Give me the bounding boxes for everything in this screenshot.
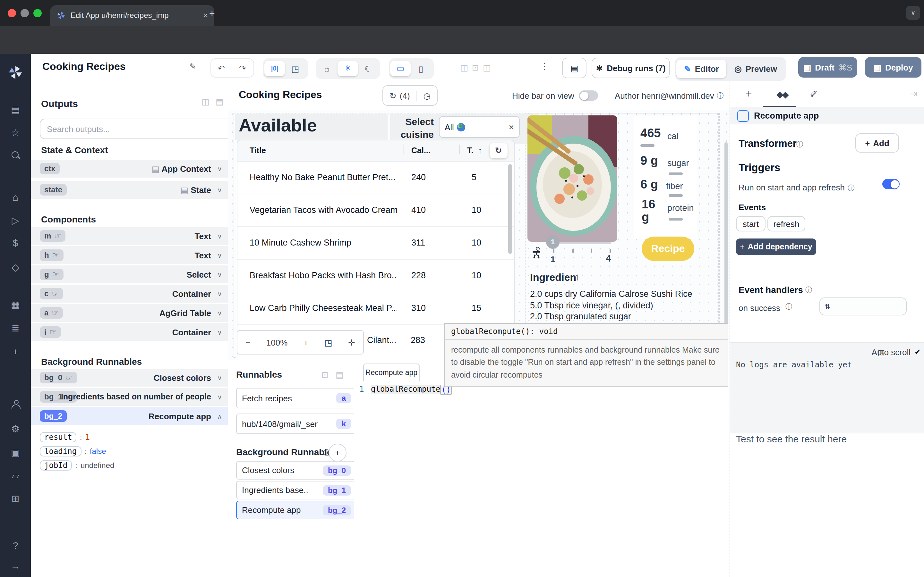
- run-on-start-toggle[interactable]: [882, 179, 900, 189]
- debug-runs-button[interactable]: ✱ Debug runs (7): [591, 58, 670, 78]
- search-icon[interactable]: [11, 151, 19, 158]
- runnable-fetch-recipes[interactable]: Fetch recipes a: [236, 388, 357, 408]
- chevron-down-icon[interactable]: ∨: [217, 251, 222, 259]
- chevron-down-icon[interactable]: ∨: [217, 329, 222, 335]
- tab-close-icon[interactable]: ×: [204, 11, 208, 20]
- auto-theme-icon[interactable]: ☼: [317, 64, 338, 73]
- schedules-icon[interactable]: ▦: [0, 299, 31, 310]
- cuisine-select[interactable]: All ×: [439, 116, 520, 138]
- collapse-rail-icon[interactable]: →: [0, 560, 31, 571]
- output-row-h[interactable]: h☞ Text ∨: [31, 246, 228, 264]
- collapse-right-panel-icon[interactable]: ⇥: [910, 89, 917, 99]
- account-icon[interactable]: [12, 400, 19, 406]
- output-row-bg2[interactable]: bg_2 Recompute app ∧: [31, 407, 228, 425]
- doc-view-icon[interactable]: ▤: [216, 97, 224, 106]
- deploy-button[interactable]: ▣ Deploy: [865, 57, 921, 77]
- runs-icon[interactable]: ▷: [0, 215, 31, 226]
- right-panel-icon[interactable]: ◫: [483, 63, 491, 72]
- output-row-state[interactable]: state ▤ State ∨: [31, 181, 228, 199]
- window-minimize-button[interactable]: [21, 9, 29, 17]
- table-row[interactable]: 10 Minute Cashew Shrimp 311 10: [237, 227, 514, 259]
- runnable-gmail[interactable]: hub/1408/gmail/_sen... k: [236, 414, 357, 434]
- windmill-logo-icon[interactable]: [8, 65, 23, 79]
- chevron-up-icon[interactable]: ∧: [217, 413, 222, 420]
- output-row-g[interactable]: g☞ Select ∨: [31, 266, 228, 284]
- bottom-panel-icon[interactable]: ⊡: [472, 63, 479, 72]
- new-tab-button[interactable]: +: [209, 8, 215, 19]
- search-outputs-input[interactable]: Search outputs...: [40, 119, 232, 139]
- partial-row-cal[interactable]: 283: [411, 335, 425, 345]
- refresh-history-button[interactable]: ◷: [417, 91, 437, 100]
- rename-pencil-icon[interactable]: ✎: [189, 61, 196, 71]
- apps-grid-icon[interactable]: ⊞: [0, 493, 31, 504]
- code-editor[interactable]: Recompute app 1 globalRecompute (): [354, 359, 730, 577]
- window-close-button[interactable]: [8, 9, 16, 17]
- docs-icon[interactable]: ▤: [0, 104, 31, 115]
- hide-bar-toggle[interactable]: [579, 90, 598, 101]
- table-scrollbar[interactable]: [508, 164, 512, 254]
- table-row[interactable]: Breakfast Hobo Packs with Hash Bro... 22…: [237, 259, 514, 292]
- left-panel-icon[interactable]: ◫: [460, 63, 468, 72]
- collapse-panel-icon[interactable]: ◫: [202, 97, 210, 106]
- browser-tab[interactable]: Edit App u/henri/recipes_imp ×: [50, 5, 214, 26]
- desktop-view-icon[interactable]: ▭: [390, 61, 411, 76]
- output-row-i[interactable]: i☞ Container ∨: [31, 323, 228, 341]
- available-text-component[interactable]: Available: [235, 114, 388, 140]
- output-row-ctx[interactable]: ctx ▤ App Context ∨: [31, 160, 228, 177]
- chevron-down-icon[interactable]: ∨: [217, 271, 222, 278]
- add-dependency-button[interactable]: + Add dependency: [736, 239, 816, 255]
- bg-runnable-ingredients[interactable]: Ingredients base... bg_1: [236, 481, 357, 500]
- favorites-icon[interactable]: ☆: [0, 127, 31, 139]
- draft-button[interactable]: ▣ Draft ⌘S: [798, 57, 857, 77]
- insert-component-icon[interactable]: +: [746, 88, 752, 101]
- auto-scroll-check-icon[interactable]: ✔: [914, 348, 921, 356]
- info-icon[interactable]: ⓘ: [717, 91, 724, 101]
- pan-hand-icon[interactable]: ✛: [348, 338, 355, 347]
- styling-brush-icon[interactable]: ✐: [810, 89, 818, 100]
- chevron-down-icon[interactable]: ∨: [217, 290, 222, 297]
- component-settings-icon[interactable]: ◆◆: [776, 89, 788, 99]
- select-cuisine-component[interactable]: Select cuisine All ×: [390, 114, 538, 143]
- help-icon[interactable]: ?: [0, 540, 31, 551]
- zoom-out-icon[interactable]: −: [246, 338, 250, 347]
- col-t[interactable]: T.: [467, 146, 473, 155]
- table-row[interactable]: Vegetarian Tacos with Avocado Cream 410 …: [237, 194, 514, 227]
- window-zoom-button[interactable]: [33, 9, 42, 17]
- schema-book-button[interactable]: ▤: [562, 58, 586, 78]
- add-icon[interactable]: +: [0, 346, 31, 357]
- resources-icon[interactable]: ◇: [0, 261, 31, 273]
- output-row-bg1[interactable]: bg_1☞ Ingredients based on number of peo…: [31, 388, 228, 406]
- mobile-view-icon[interactable]: ▯: [411, 64, 431, 73]
- ctx-badge[interactable]: ctx: [40, 163, 60, 174]
- partial-row-title[interactable]: Cilant...: [367, 335, 397, 345]
- chevron-down-icon[interactable]: ∨: [217, 165, 222, 172]
- more-menu-icon[interactable]: ⋮: [540, 61, 549, 71]
- fullwidth-layout-icon[interactable]: ◳: [285, 64, 305, 73]
- chevron-down-icon[interactable]: ∨: [217, 232, 222, 239]
- bg-runnable-recompute-app[interactable]: Recompute app bg_2: [236, 501, 357, 519]
- slider-handle[interactable]: 1: [546, 235, 559, 249]
- bg-runnable-closest-colors[interactable]: Closest colors bg_0: [236, 461, 357, 480]
- table-row[interactable]: Healthy No Bake Peanut Butter Pret... 24…: [237, 161, 514, 194]
- table-row[interactable]: Low Carb Philly Cheesesteak Meal P... 31…: [237, 292, 514, 325]
- app-canvas[interactable]: Available Select cuisine All × Title │ C…: [228, 110, 730, 359]
- add-background-runnable-button[interactable]: +: [328, 444, 347, 462]
- home-icon[interactable]: ⌂: [0, 192, 31, 203]
- zoom-in-icon[interactable]: +: [304, 338, 309, 347]
- centered-layout-icon[interactable]: |0|: [264, 61, 285, 76]
- editor-tab[interactable]: Recompute app: [363, 364, 420, 382]
- output-row-bg0[interactable]: bg_0☞ Closest colors ∨: [31, 369, 228, 387]
- doc-icon[interactable]: ▤: [336, 370, 344, 380]
- output-row-m[interactable]: m☞ Text ∨: [31, 227, 228, 245]
- state-badge[interactable]: state: [40, 184, 67, 195]
- flows-icon[interactable]: ≣: [0, 322, 31, 334]
- on-success-select[interactable]: ⇅: [819, 298, 907, 316]
- output-row-c[interactable]: c☞ Container ∨: [31, 285, 228, 303]
- tab-search-button[interactable]: ∨: [906, 6, 920, 20]
- col-cal[interactable]: Cal...: [411, 146, 431, 155]
- tab-preview[interactable]: ◎ Preview: [727, 60, 785, 78]
- dock-icon[interactable]: ⊡: [321, 370, 328, 380]
- table-refresh-button[interactable]: ↻: [489, 143, 507, 158]
- redo-icon[interactable]: ↷: [232, 63, 253, 73]
- variables-icon[interactable]: $: [0, 237, 31, 248]
